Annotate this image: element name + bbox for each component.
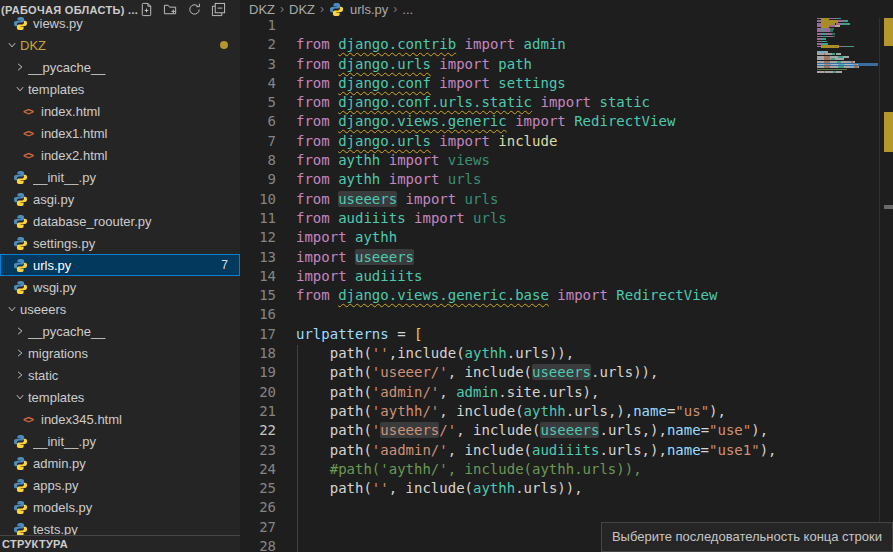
code-line-1[interactable]: 1 [240, 16, 893, 35]
code-area[interactable]: 12from django.contrib import admin3from … [240, 16, 893, 552]
tree-item-index-html[interactable]: <>index.html [0, 100, 240, 122]
line-content: from aythh import views [296, 151, 490, 170]
code-line-6[interactable]: 6from django.views.generic import Redire… [240, 112, 893, 131]
line-number: 22 [240, 421, 276, 440]
code-line-14[interactable]: 14import audiiits [240, 267, 893, 286]
line-number: 28 [240, 537, 276, 552]
line-content: path('admin/', admin.site.urls), [296, 383, 599, 402]
line-content: path('useeers/', include(useeers.urls,),… [296, 421, 768, 440]
breadcrumb: DKZ›DKZ›urls.py›... [240, 0, 893, 18]
tree-item-label: urls.py [33, 258, 221, 273]
tree-item-database-roouter-py[interactable]: database_roouter.py [0, 210, 240, 232]
tree-item-apps-py[interactable]: apps.py [0, 474, 240, 496]
tree-item--pycache-[interactable]: __pycache__ [0, 56, 240, 78]
breadcrumb-item[interactable]: urls.py [350, 2, 388, 17]
line-content: from django.views.generic import Redirec… [296, 112, 675, 131]
outline-section-header[interactable]: СТРУКТУРА [0, 535, 240, 552]
code-line-12[interactable]: 12import aythh [240, 228, 893, 247]
code-line-4[interactable]: 4from django.conf import settings [240, 74, 893, 93]
line-content: from useeers import urls [296, 190, 498, 209]
chevron-right-icon [12, 370, 28, 380]
tree-item--init-py[interactable]: __init__.py [0, 166, 240, 188]
tree-item-wsgi-py[interactable]: wsgi.py [0, 276, 240, 298]
code-line-22[interactable]: 22 path('useeers/', include(useeers.urls… [240, 421, 893, 440]
python-file-icon [12, 236, 28, 251]
tree-item-label: views.py [33, 16, 240, 31]
code-line-23[interactable]: 23 path('aadmin/', include(audiiits.urls… [240, 441, 893, 460]
code-line-8[interactable]: 8from aythh import views [240, 151, 893, 170]
tree-item-useeers[interactable]: useeers [0, 298, 240, 320]
tree-item-settings-py[interactable]: settings.py [0, 232, 240, 254]
code-line-15[interactable]: 15from django.views.generic.base import … [240, 286, 893, 305]
line-number: 4 [240, 74, 276, 93]
line-content: from django.conf.urls.static import stat… [296, 93, 650, 112]
tree-item-admin-py[interactable]: admin.py [0, 452, 240, 474]
tree-item-label: static [28, 368, 240, 383]
tree-item-label: migrations [28, 346, 240, 361]
code-line-16[interactable]: 16 [240, 305, 893, 324]
code-line-5[interactable]: 5from django.conf.urls.static import sta… [240, 93, 893, 112]
tree-item-migrations[interactable]: migrations [0, 342, 240, 364]
tree-item-dkz[interactable]: DKZ [0, 34, 240, 56]
tree-item-asgi-py[interactable]: asgi.py [0, 188, 240, 210]
tree-item-label: __init__.py [33, 434, 240, 449]
tree-item-label: templates [28, 82, 240, 97]
tree-item-index2-html[interactable]: <>index2.html [0, 144, 240, 166]
tree-item-label: apps.py [33, 478, 240, 493]
minimap[interactable] [817, 10, 878, 100]
tree-item-models-py[interactable]: models.py [0, 496, 240, 518]
code-line-21[interactable]: 21 path('aythh/', include(aythh.urls,),n… [240, 402, 893, 421]
code-line-9[interactable]: 9from aythh import urls [240, 170, 893, 189]
tree-item-urls-py[interactable]: urls.py7 [0, 254, 240, 276]
tree-item-static[interactable]: static [0, 364, 240, 386]
code-line-26[interactable]: 26 [240, 498, 893, 517]
python-file-icon [12, 170, 28, 185]
code-line-17[interactable]: 17urlpatterns = [ [240, 325, 893, 344]
tree-item--init-py[interactable]: __init__.py [0, 430, 240, 452]
line-content: path('useeer/', include(useeers.urls)), [296, 363, 658, 382]
code-line-20[interactable]: 20 path('admin/', admin.site.urls), [240, 383, 893, 402]
minimap-border [879, 0, 880, 552]
code-line-19[interactable]: 19 path('useeer/', include(useeers.urls)… [240, 363, 893, 382]
python-file-icon [12, 258, 28, 273]
chevron-right-icon [12, 348, 28, 358]
line-content: urlpatterns = [ [296, 325, 422, 344]
breadcrumb-item[interactable]: DKZ [249, 2, 275, 17]
tree-item-views-py[interactable]: views.py [0, 12, 240, 34]
python-file-icon [12, 16, 28, 31]
line-number: 2 [240, 35, 276, 54]
eol-tooltip: Выберите последовательность конца строки [601, 522, 893, 552]
python-file-icon [12, 434, 28, 449]
breadcrumb-item[interactable]: ... [402, 2, 413, 17]
explorer-sidebar: (РАБОЧАЯ ОБЛАСТЬ) ... views.pyDKZ__pycac… [0, 0, 240, 552]
line-number: 17 [240, 325, 276, 344]
line-content: path('', include(aythh.urls)), [296, 479, 583, 498]
tree-item-index1-html[interactable]: <>index1.html [0, 122, 240, 144]
code-line-25[interactable]: 25 path('', include(aythh.urls)), [240, 479, 893, 498]
tree-item-templates[interactable]: templates [0, 78, 240, 100]
chevron-right-icon [12, 62, 28, 72]
code-line-7[interactable]: 7from django.urls import include [240, 132, 893, 151]
code-line-3[interactable]: 3from django.urls import path [240, 55, 893, 74]
breadcrumb-item[interactable]: DKZ [289, 2, 315, 17]
code-line-11[interactable]: 11from audiiits import urls [240, 209, 893, 228]
line-number: 10 [240, 190, 276, 209]
tree-item--pycache-[interactable]: __pycache__ [0, 320, 240, 342]
code-line-18[interactable]: 18 path('',include(aythh.urls)), [240, 344, 893, 363]
code-line-10[interactable]: 10from useeers import urls [240, 190, 893, 209]
chevron-right-icon [12, 326, 28, 336]
python-file-icon [12, 214, 28, 229]
line-number: 6 [240, 112, 276, 131]
chevron-down-icon [7, 301, 17, 317]
code-line-24[interactable]: 24 #path('aythh/', include(aythh.urls)), [240, 460, 893, 479]
tree-item-index345-html[interactable]: <>index345.html [0, 408, 240, 430]
tree-item-label: __init__.py [33, 170, 240, 185]
code-line-2[interactable]: 2from django.contrib import admin [240, 35, 893, 54]
code-line-13[interactable]: 13import useeers [240, 248, 893, 267]
vscode-window: (РАБОЧАЯ ОБЛАСТЬ) ... views.pyDKZ__pycac… [0, 0, 893, 552]
overview-ruler[interactable] [884, 0, 893, 552]
tree-item-templates[interactable]: templates [0, 386, 240, 408]
line-number: 12 [240, 228, 276, 247]
cursor-mark [884, 205, 893, 209]
tree-item-label: DKZ [20, 38, 220, 53]
